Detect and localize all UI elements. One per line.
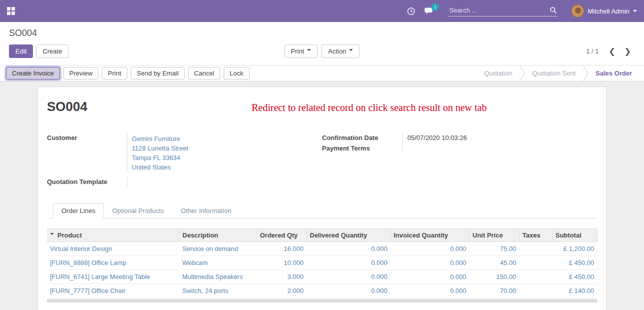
confirmation-date-label: Confirmation Date [322, 133, 402, 144]
payment-terms-value[interactable] [402, 144, 597, 154]
customer-name-link[interactable]: Gemini Furniture [132, 134, 322, 144]
cell-ordered-qty: 16.000 [257, 242, 307, 256]
red-annotation-text: Redirect to related record on click sear… [252, 102, 487, 114]
cell-delivered-qty: 0.000 [307, 256, 390, 270]
cell-taxes [519, 270, 552, 284]
cell-description[interactable]: Service on demand [179, 242, 257, 256]
state-quotation-sent[interactable]: Quotation Sent [525, 66, 583, 81]
quotation-template-label: Quotation Template [47, 177, 127, 188]
send-by-email-button[interactable]: Send by Email [131, 67, 185, 80]
edit-button[interactable]: Edit [9, 44, 33, 58]
apps-menu-icon[interactable] [7, 7, 15, 15]
action-caret-down-icon [349, 49, 353, 53]
confirmation-date-value: 05/07/2020 10:03:26 [402, 133, 597, 144]
state-separator-icon [519, 66, 525, 81]
cell-ordered-qty: 2.000 [257, 284, 307, 298]
field-group-left: Customer Gemini Furniture 1128 Lunetta S… [47, 133, 322, 188]
cell-product[interactable]: [FURN_7777] Office Chair [47, 284, 179, 298]
print-caret-down-icon [307, 49, 311, 53]
col-unit-price[interactable]: Unit Price [469, 229, 519, 242]
state-sales-order[interactable]: Sales Order [589, 66, 639, 81]
table-header-row: Product Description Ordered Qty Delivere… [47, 229, 597, 242]
create-button[interactable]: Create [36, 44, 68, 58]
table-row[interactable]: Virtual Interior Design Service on deman… [47, 242, 597, 256]
cell-delivered-qty: 0.000 [307, 242, 390, 256]
breadcrumb[interactable]: SO004 [9, 27, 635, 39]
systray: 1 Mitchell Admin [407, 4, 637, 18]
table-footer-strip [47, 299, 597, 302]
cell-description[interactable]: Switch, 24 ports [179, 284, 257, 298]
messages-icon[interactable]: 1 [424, 7, 434, 16]
col-product[interactable]: Product [47, 229, 179, 242]
cell-delivered-qty: 0.000 [307, 284, 390, 298]
user-avatar [571, 4, 584, 18]
activities-clock-icon[interactable] [407, 7, 415, 16]
top-navbar: 1 Mitchell Admin [0, 0, 644, 22]
customer-label: Customer [47, 133, 127, 173]
pager-previous-button[interactable]: ❮ [605, 46, 619, 58]
pager-count: 1 / 1 [586, 48, 599, 55]
statusbar: Create Invoice Preview Print Send by Ema… [0, 65, 644, 82]
table-row[interactable]: [FURN_8888] Office Lamp Webcam 10.000 0.… [47, 256, 597, 270]
preview-button[interactable]: Preview [63, 67, 98, 80]
col-delivered-quantity[interactable]: Delivered Quantity [307, 229, 390, 242]
print-button[interactable]: Print [102, 67, 127, 80]
cell-invoiced-qty: 0.000 [390, 256, 469, 270]
table-row[interactable]: [FURN_7777] Office Chair Switch, 24 port… [47, 284, 597, 298]
col-taxes[interactable]: Taxes [519, 229, 552, 242]
cell-ordered-qty: 3.000 [257, 270, 307, 284]
cell-description[interactable]: Multimedia Speakers [179, 270, 257, 284]
sales-order-sheet: SO004 Redirect to related record on clic… [37, 86, 607, 310]
cell-invoiced-qty: 0.000 [390, 284, 469, 298]
cell-invoiced-qty: 0.000 [390, 242, 469, 256]
cell-delivered-qty: 0.000 [307, 270, 390, 284]
customer-value[interactable]: Gemini Furniture 1128 Lunetta Street Tam… [127, 133, 322, 173]
tab-optional-products[interactable]: Optional Products [104, 203, 172, 218]
table-row[interactable]: [FURN_6741] Large Meeting Table Multimed… [47, 270, 597, 284]
customer-city: Tampa FL 33634 [132, 153, 322, 162]
col-ordered-qty[interactable]: Ordered Qty [257, 229, 307, 242]
form-view-background: SO004 Redirect to related record on clic… [0, 82, 644, 310]
lock-button[interactable]: Lock [224, 67, 249, 80]
control-panel: SO004 Edit Create Print Action 1 / 1 ❮ ❯ [0, 22, 644, 58]
col-subtotal[interactable]: Subtotal [552, 229, 597, 242]
cell-product[interactable]: Virtual Interior Design [47, 242, 179, 256]
customer-street: 1128 Lunetta Street [132, 144, 322, 153]
cell-taxes [519, 242, 552, 256]
cell-taxes [519, 284, 552, 298]
tab-order-lines[interactable]: Order Lines [53, 203, 104, 218]
cancel-button[interactable]: Cancel [188, 67, 220, 80]
field-group-right: Confirmation Date 05/07/2020 10:03:26 Pa… [322, 133, 597, 188]
status-steps: Quotation Quotation Sent Sales Order [477, 66, 644, 81]
notebook-tabs: Order Lines Optional Products Other Info… [47, 202, 597, 218]
order-lines-table: Product Description Ordered Qty Delivere… [47, 228, 598, 298]
sort-caret-down-icon[interactable] [50, 233, 54, 237]
pager-next-button[interactable]: ❯ [621, 46, 635, 58]
user-menu[interactable]: Mitchell Admin [571, 4, 637, 18]
create-invoice-button[interactable]: Create Invoice [6, 67, 60, 80]
user-caret-down-icon [633, 10, 637, 14]
customer-country: United States [132, 162, 322, 172]
cell-ordered-qty: 10.000 [257, 256, 307, 270]
cell-product[interactable]: [FURN_6741] Large Meeting Table [47, 270, 179, 284]
print-dropdown-button[interactable]: Print [285, 44, 318, 58]
search-icon[interactable] [550, 6, 557, 14]
cell-unit-price: 70.00 [469, 284, 519, 298]
global-search [448, 6, 557, 16]
cell-description[interactable]: Webcam [179, 256, 257, 270]
search-input[interactable] [448, 6, 550, 14]
quotation-template-value[interactable] [127, 177, 322, 188]
col-invoiced-quantity[interactable]: Invoiced Quantity [390, 229, 469, 242]
tab-other-information[interactable]: Other Information [172, 203, 240, 218]
state-quotation[interactable]: Quotation [477, 66, 519, 81]
payment-terms-label: Payment Terms [322, 144, 402, 154]
cell-subtotal: £ 140.00 [552, 284, 597, 298]
col-description[interactable]: Description [179, 229, 257, 242]
cell-product[interactable]: [FURN_8888] Office Lamp [47, 256, 179, 270]
user-name: Mitchell Admin [588, 8, 630, 15]
action-dropdown-button[interactable]: Action [322, 44, 359, 58]
cell-invoiced-qty: 0.000 [390, 270, 469, 284]
cell-subtotal: £ 450.00 [552, 256, 597, 270]
cell-unit-price: 75.00 [469, 242, 519, 256]
cell-subtotal: £ 450.00 [552, 270, 597, 284]
